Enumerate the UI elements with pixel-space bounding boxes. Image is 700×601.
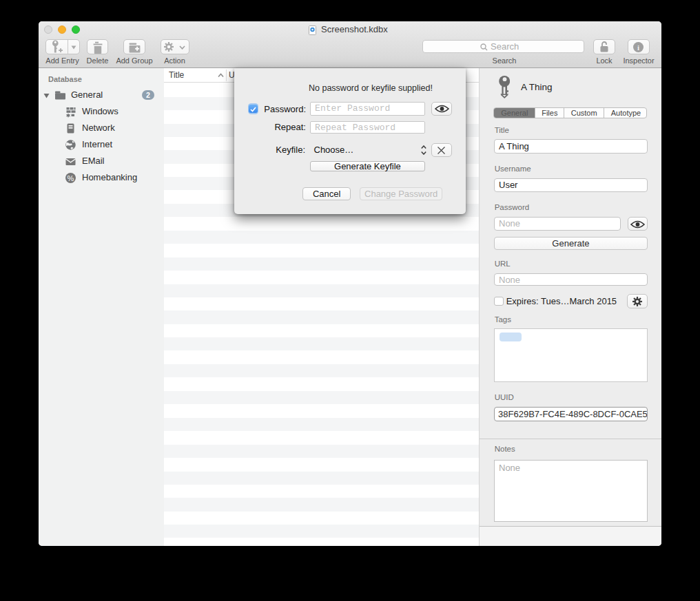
svg-text:i: i bbox=[637, 43, 639, 52]
svg-text:%: % bbox=[68, 174, 74, 182]
